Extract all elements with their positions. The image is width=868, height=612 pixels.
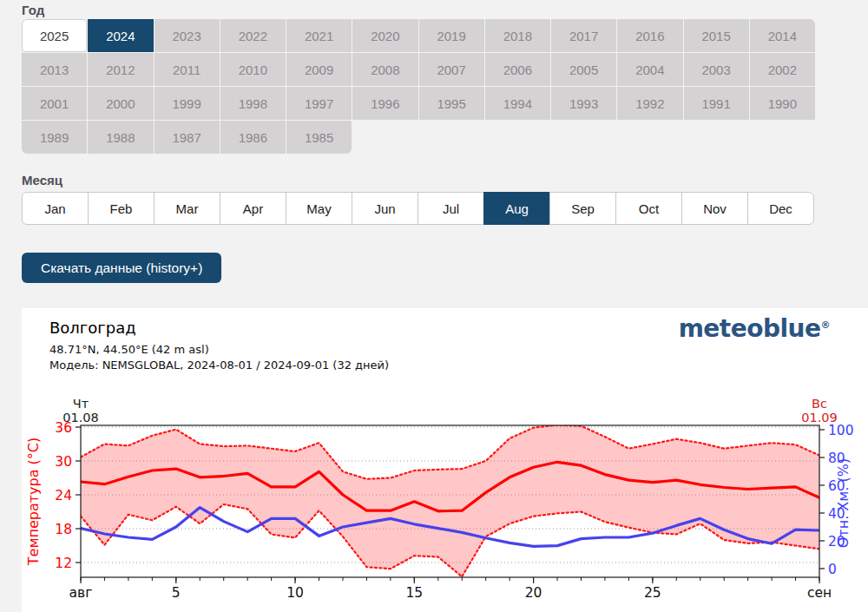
month-selector-row: JanFebMarAprMayJunJulAugSepOctNovDec — [22, 192, 814, 225]
year-button-1988[interactable]: 1988 — [88, 121, 153, 154]
month-button-sep[interactable]: Sep — [549, 192, 616, 225]
year-button-2006[interactable]: 2006 — [485, 53, 550, 86]
weather-chart-panel: Волгоград 48.71°N, 44.50°E (42 m asl) Мо… — [22, 308, 868, 612]
svg-text:15: 15 — [405, 585, 423, 601]
svg-text:01.08: 01.08 — [62, 411, 99, 424]
year-button-2011[interactable]: 2011 — [155, 53, 220, 86]
chart-location-line: 48.71°N, 44.50°E (42 m asl) — [49, 343, 209, 356]
chart-svg: авг510152025сен1218243036Температура (°C… — [22, 395, 868, 612]
month-button-jan[interactable]: Jan — [22, 192, 89, 225]
svg-text:Чт: Чт — [73, 397, 89, 411]
year-button-1991[interactable]: 1991 — [684, 87, 749, 120]
month-button-jul[interactable]: Jul — [418, 192, 484, 225]
month-button-mar[interactable]: Mar — [154, 192, 220, 225]
year-button-2012[interactable]: 2012 — [88, 53, 153, 86]
year-button-2022[interactable]: 2022 — [220, 19, 286, 52]
svg-text:Температура (°C): Температура (°C) — [25, 438, 42, 566]
month-button-may[interactable]: May — [286, 192, 352, 225]
year-button-1987[interactable]: 1987 — [155, 121, 220, 154]
year-button-2025[interactable]: 2025 — [22, 19, 87, 52]
svg-text:сен: сен — [807, 585, 832, 601]
month-button-feb[interactable]: Feb — [88, 192, 155, 225]
month-button-nov[interactable]: Nov — [681, 192, 748, 225]
year-button-1994[interactable]: 1994 — [485, 87, 550, 120]
year-button-2005[interactable]: 2005 — [551, 53, 616, 86]
year-button-2021[interactable]: 2021 — [286, 19, 352, 52]
year-button-2018[interactable]: 2018 — [485, 19, 550, 52]
registered-trademark-icon: ® — [821, 319, 831, 331]
year-button-1985[interactable]: 1985 — [286, 121, 352, 154]
meteoblue-logo: meteoblue® — [679, 314, 830, 343]
chart-title: Волгоград — [49, 319, 136, 337]
svg-text:0: 0 — [828, 562, 837, 577]
year-button-2009[interactable]: 2009 — [286, 53, 352, 86]
year-button-1996[interactable]: 1996 — [352, 87, 418, 120]
download-data-button[interactable]: Скачать данные (history+) — [22, 253, 221, 283]
year-button-2024[interactable]: 2024 — [88, 19, 153, 52]
year-button-1993[interactable]: 1993 — [551, 87, 616, 120]
year-button-2003[interactable]: 2003 — [684, 53, 749, 86]
chart-model-line: Модель: NEMSGLOBAL, 2024-08-01 / 2024-09… — [49, 359, 389, 372]
year-button-2016[interactable]: 2016 — [617, 19, 682, 52]
month-button-oct[interactable]: Oct — [615, 192, 682, 225]
year-button-1990[interactable]: 1990 — [750, 87, 815, 120]
svg-text:10: 10 — [286, 585, 304, 601]
svg-text:20: 20 — [525, 585, 542, 601]
year-button-2004[interactable]: 2004 — [617, 53, 682, 86]
year-button-1999[interactable]: 1999 — [155, 87, 220, 120]
year-button-1989[interactable]: 1989 — [22, 121, 87, 154]
svg-text:25: 25 — [644, 585, 661, 601]
year-button-2017[interactable]: 2017 — [551, 19, 616, 52]
month-button-apr[interactable]: Apr — [220, 192, 286, 225]
svg-text:01.09: 01.09 — [801, 411, 838, 424]
month-button-aug[interactable]: Aug — [483, 192, 550, 225]
svg-text:24: 24 — [55, 488, 72, 503]
year-button-2001[interactable]: 2001 — [22, 87, 87, 120]
year-button-1997[interactable]: 1997 — [286, 87, 352, 120]
month-section-label: Месяц — [22, 173, 62, 188]
year-button-1998[interactable]: 1998 — [220, 87, 286, 120]
year-button-2023[interactable]: 2023 — [155, 19, 220, 52]
month-button-dec[interactable]: Dec — [747, 192, 814, 225]
year-button-1995[interactable]: 1995 — [419, 87, 484, 120]
svg-text:30: 30 — [55, 454, 72, 470]
meteoblue-logo-text: meteoblue — [679, 314, 821, 343]
svg-text:5: 5 — [172, 585, 181, 601]
svg-text:Вс: Вс — [812, 397, 827, 411]
year-section-label: Год — [22, 3, 44, 17]
year-button-2019[interactable]: 2019 — [419, 19, 484, 52]
svg-text:100: 100 — [828, 423, 854, 438]
svg-text:12: 12 — [55, 556, 72, 571]
year-selector-grid: 2025202420232022202120202019201820172016… — [22, 19, 815, 154]
year-button-2020[interactable]: 2020 — [352, 19, 418, 52]
year-button-2008[interactable]: 2008 — [352, 53, 418, 86]
temperature-humidity-chart: авг510152025сен1218243036Температура (°C… — [22, 395, 868, 612]
year-button-2013[interactable]: 2013 — [22, 53, 87, 86]
year-button-2002[interactable]: 2002 — [750, 53, 815, 86]
svg-text:18: 18 — [55, 522, 72, 537]
svg-text:авг: авг — [69, 585, 93, 601]
month-button-jun[interactable]: Jun — [352, 192, 418, 225]
year-button-2015[interactable]: 2015 — [684, 19, 749, 52]
year-button-2007[interactable]: 2007 — [419, 53, 484, 86]
year-button-2010[interactable]: 2010 — [220, 53, 286, 86]
year-button-1986[interactable]: 1986 — [220, 121, 286, 154]
year-button-2014[interactable]: 2014 — [750, 19, 815, 52]
page: { "page": {"background": "#f2f2f2", "acc… — [0, 0, 868, 612]
year-button-1992[interactable]: 1992 — [617, 87, 682, 120]
svg-text:Отн. Хм. (%): Отн. Хм. (%) — [835, 458, 852, 548]
year-button-2000[interactable]: 2000 — [88, 87, 153, 120]
